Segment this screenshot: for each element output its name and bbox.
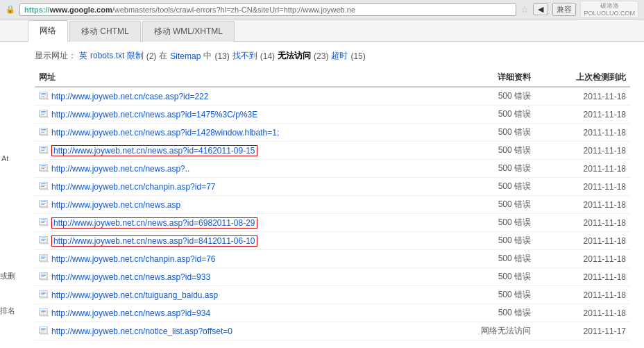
svg-rect-41 (41, 274, 46, 274)
svg-rect-26 (41, 203, 46, 204)
filter-timeout-link[interactable]: 超时 (331, 50, 348, 62)
table-row: http://www.joyweb.net.cn/tuiguang_baidu.… (35, 286, 630, 304)
url-https: https:// (24, 6, 50, 14)
svg-rect-25 (41, 201, 46, 202)
table-row: http://www.joyweb.net.cn/chanpin.asp?id=… (35, 178, 630, 196)
detail-cell: 500 错误 (440, 232, 535, 250)
table-row: http://www.joyweb.net.cn/news.asp?id=147… (35, 106, 630, 124)
date-cell: 2011-11-18 (535, 87, 630, 106)
url-link[interactable]: http://www.joyweb.net.cn/news.asp (51, 200, 180, 210)
svg-rect-22 (41, 185, 46, 185)
url-link[interactable]: http://www.joyweb.net.cn/news.asp?id=698… (51, 217, 257, 229)
url-link[interactable]: http://www.joyweb.net.cn/notice_list.asp… (51, 326, 232, 336)
svg-rect-33 (41, 238, 46, 238)
filter-inaccessible-active[interactable]: 无法访问 (278, 50, 311, 62)
table-row: http://www.joyweb.net.cn/news.asp?id=934… (35, 304, 630, 322)
tab-mobile-chtml[interactable]: 移动 CHTML (69, 21, 141, 42)
detail-cell: 500 错误 (440, 268, 535, 286)
compat-button[interactable]: 兼容 (552, 3, 576, 16)
url-cell: http://www.joyweb.net.cn/news.asp?id=147… (35, 106, 440, 124)
page-wrapper: 🔒 https://www.google.com/webmasters/tool… (0, 0, 644, 348)
tab-network[interactable]: 网络 (28, 20, 68, 42)
url-link[interactable]: http://www.joyweb.net.cn/news.asp?id=933 (51, 272, 210, 282)
filter-label: 显示网址： (35, 50, 76, 62)
svg-rect-17 (41, 165, 46, 166)
svg-rect-3 (41, 96, 44, 97)
page-icon (39, 164, 49, 172)
page-icon (39, 290, 49, 299)
date-cell: 2011-11-18 (535, 196, 630, 214)
detail-cell: 500 错误 (440, 214, 535, 232)
table-row: http://www.joyweb.net.cn/news.asp?id=142… (35, 124, 630, 142)
svg-rect-19 (41, 168, 44, 169)
detail-cell: 500 错误 (440, 178, 535, 196)
detail-cell: 500 错误 (440, 124, 535, 142)
detail-cell: 500 错误 (440, 106, 535, 124)
svg-rect-10 (41, 131, 46, 131)
detail-cell: 网络无法访问 (440, 322, 535, 340)
date-cell: 2011-11-18 (535, 142, 630, 160)
svg-rect-11 (41, 132, 44, 133)
date-cell: 2011-11-18 (535, 250, 630, 268)
svg-rect-35 (41, 240, 44, 241)
page-icon (39, 218, 49, 226)
url-link[interactable]: http://www.joyweb.net.cn/chanpin.asp?id=… (51, 182, 215, 192)
star-icon[interactable]: ☆ (520, 4, 529, 15)
filter-sitemap-link[interactable]: Sitemap (170, 51, 201, 61)
url-link[interactable]: http://www.joyweb.net.cn/news.asp?id=147… (51, 110, 257, 119)
url-cell: http://www.joyweb.net.cn/notice_list.asp… (35, 322, 440, 340)
svg-rect-5 (41, 111, 46, 112)
svg-rect-31 (41, 222, 44, 223)
tab-mobile-wml[interactable]: 移动 WML/XHTML (142, 21, 235, 42)
url-link[interactable]: http://www.joyweb.net.cn/chanpin.asp?id=… (51, 254, 215, 264)
date-cell: 2011-11-18 (535, 214, 630, 232)
svg-rect-50 (41, 311, 46, 312)
page-icon (39, 236, 49, 245)
filter-notfound-link[interactable]: 找不到 (232, 50, 257, 62)
filter-link-ying[interactable]: 英 (79, 50, 87, 62)
svg-rect-43 (41, 276, 44, 277)
url-cell: http://www.joyweb.net.cn/news.asp?id=142… (35, 124, 440, 142)
url-link[interactable]: http://www.joyweb.net.cn/news.asp?id=841… (51, 235, 257, 247)
table-row: http://www.joyweb.net.cn/news.asp?id=841… (35, 232, 630, 250)
filter-robots-link[interactable]: robots.txt 限制 (90, 50, 144, 62)
filter-zai: 在 (159, 50, 167, 62)
detail-cell: 500 错误 (440, 304, 535, 322)
detail-cell: 500 错误 (440, 286, 535, 304)
url-cell: http://www.joyweb.net.cn/news.asp?id=934 (35, 304, 440, 322)
tab-bar: 网络 移动 CHTML 移动 WML/XHTML (0, 19, 644, 42)
svg-rect-42 (41, 275, 46, 276)
filter-notfound-count: (14) (260, 51, 275, 61)
url-link[interactable]: http://www.joyweb.net.cn/tuiguang_baidu.… (51, 290, 218, 300)
svg-rect-46 (41, 293, 46, 294)
svg-rect-39 (41, 258, 44, 259)
svg-rect-6 (41, 113, 46, 113)
url-path: /webmasters/tools/crawl-errors?hl=zh-CN&… (112, 6, 355, 14)
svg-rect-37 (41, 256, 46, 256)
svg-rect-18 (41, 167, 46, 167)
back-button[interactable]: ◀ (533, 3, 548, 15)
detail-cell: 500 错误 (440, 160, 535, 178)
url-cell: http://www.joyweb.net.cn/news.asp (35, 196, 440, 214)
filter-row: 显示网址： 英 robots.txt 限制 (2) 在 Sitemap 中 (1… (35, 50, 630, 62)
url-cell: http://www.joyweb.net.cn/case.asp?id=222 (35, 87, 440, 106)
url-cell: http://www.joyweb.net.cn/news.asp?id=698… (35, 214, 440, 232)
url-link[interactable]: http://www.joyweb.net.cn/news.asp?id=934 (51, 308, 210, 318)
svg-rect-2 (41, 94, 46, 95)
svg-rect-23 (41, 186, 44, 187)
url-link[interactable]: http://www.joyweb.net.cn/case.asp?id=222 (51, 92, 208, 101)
detail-cell: 500 错误 (440, 142, 535, 160)
table-row: http://www.joyweb.net.cn/news.asp?..500 … (35, 160, 630, 178)
page-icon (39, 326, 49, 335)
svg-rect-9 (41, 129, 46, 130)
browser-url[interactable]: https://www.google.com/webmasters/tools/… (19, 3, 516, 16)
url-link[interactable]: http://www.joyweb.net.cn/news.asp?id=416… (51, 145, 257, 156)
url-link[interactable]: http://www.joyweb.net.cn/news.asp?.. (51, 164, 189, 174)
url-link[interactable]: http://www.joyweb.net.cn/news.asp?id=142… (51, 128, 279, 138)
detail-cell: 500 错误 (440, 87, 535, 106)
url-host: www.google.com (50, 6, 112, 14)
svg-rect-15 (41, 150, 44, 151)
svg-rect-51 (41, 313, 44, 313)
page-icon (39, 92, 49, 100)
page-icon (39, 146, 49, 154)
